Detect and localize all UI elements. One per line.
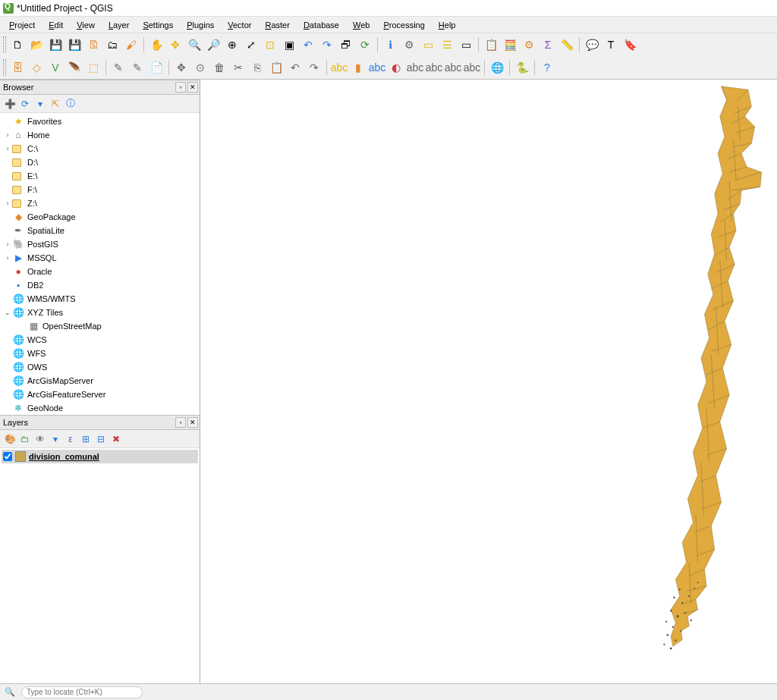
layers-list[interactable]: division_comunal [0, 448, 200, 683]
browser-item-db2[interactable]: ▪DB2 [0, 278, 200, 292]
select-features-button[interactable]: ▭ [419, 36, 437, 54]
new-map-view-button[interactable]: 🗗 [337, 36, 355, 54]
style-manager-button[interactable]: 🖌 [122, 36, 140, 54]
data-source-manager-button[interactable]: 🗄 [8, 58, 27, 77]
text-annotation-button[interactable]: T [602, 36, 620, 54]
menu-raster[interactable]: Raster [259, 19, 295, 31]
layers-panel-header[interactable]: Layers ▫ ✕ [0, 415, 200, 430]
browser-item-geopackage[interactable]: ◆GeoPackage [0, 210, 200, 224]
select-action-button[interactable]: ⚙ [400, 36, 418, 54]
bookmarks-button[interactable]: 🔖 [621, 36, 639, 54]
layers-expr-filter-button[interactable]: ε [64, 432, 77, 446]
paste-features-button[interactable]: 📋 [267, 58, 285, 77]
pan-button[interactable]: ✋ [147, 36, 165, 54]
layers-visibility-button[interactable]: 👁 [33, 432, 47, 446]
layers-filter-legend-button[interactable]: ▾ [49, 432, 62, 446]
open-attr-table-button[interactable]: 📋 [482, 36, 500, 54]
dock-close-icon[interactable]: ✕ [187, 417, 198, 428]
expand-icon[interactable]: › [3, 145, 12, 152]
menu-database[interactable]: Database [297, 19, 345, 31]
identify-button[interactable]: ℹ [381, 36, 399, 54]
metasearch-button[interactable]: 🌐 [488, 58, 506, 77]
refresh-button[interactable]: ⟳ [356, 36, 374, 54]
python-console-button[interactable]: 🐍 [513, 58, 531, 77]
zoom-last-button[interactable]: ↶ [299, 36, 317, 54]
browser-item-xyztiles[interactable]: ⌄🌐XYZ Tiles [0, 306, 200, 319]
node-tool-button[interactable]: ⊙ [191, 58, 209, 77]
browser-filter-button[interactable]: ▾ [33, 97, 47, 111]
browser-tree[interactable]: ★Favorites›⌂Home›C:\D:\E:\F:\›Z:\◆GeoPac… [0, 113, 200, 415]
menu-edit[interactable]: Edit [42, 19, 69, 31]
layers-add-group-button[interactable]: 🗀 [18, 432, 32, 446]
browser-add-layer-button[interactable]: ➕ [3, 97, 17, 111]
expand-icon[interactable]: › [3, 240, 12, 248]
label-layer-button[interactable]: abc [368, 58, 386, 77]
copy-features-button[interactable]: ⎘ [248, 58, 266, 77]
expand-icon[interactable]: ⌄ [3, 309, 12, 316]
move-feature-button[interactable]: ✥ [172, 58, 190, 77]
new-print-layout-button[interactable]: 🖻 [84, 36, 102, 54]
browser-item-d[interactable]: D:\ [0, 155, 200, 169]
browser-item-spatialite[interactable]: ✒SpatiaLite [0, 224, 200, 237]
browser-item-home[interactable]: ›⌂Home [0, 128, 200, 142]
map-tips-button[interactable]: 💬 [583, 36, 601, 54]
label-move-button[interactable]: abc [406, 58, 424, 77]
browser-item-f[interactable]: F:\ [0, 183, 200, 196]
zoom-native-button[interactable]: ⊕ [223, 36, 241, 54]
measure-button[interactable]: 📏 [558, 36, 576, 54]
zoom-full-button[interactable]: ⤢ [242, 36, 260, 54]
browser-item-geonode[interactable]: ❄GeoNode [0, 401, 200, 415]
new-shapefile-button[interactable]: V [46, 58, 64, 77]
browser-item-arcgisfeatureserver[interactable]: 🌐ArcGisFeatureServer [0, 388, 200, 401]
menu-web[interactable]: Web [347, 19, 376, 31]
select-value-button[interactable]: ☰ [438, 36, 456, 54]
menu-project[interactable]: Project [3, 19, 41, 31]
layers-expand-button[interactable]: ⊞ [79, 432, 93, 446]
label-show-button[interactable]: abc [463, 58, 481, 77]
zoom-next-button[interactable]: ↷ [318, 36, 336, 54]
save-project-button[interactable]: 💾 [46, 36, 64, 54]
browser-item-favorites[interactable]: ★Favorites [0, 115, 200, 128]
expand-icon[interactable]: › [3, 254, 12, 262]
label-change-button[interactable]: abc [444, 58, 462, 77]
locator-input[interactable] [21, 686, 143, 698]
expand-icon[interactable]: › [3, 131, 12, 139]
browser-item-wmswmts[interactable]: 🌐WMS/WMTS [0, 292, 200, 306]
browser-item-wcs[interactable]: 🌐WCS [0, 333, 200, 347]
browser-panel-header[interactable]: Browser ▫ ✕ [0, 80, 200, 95]
toolbar-grip[interactable] [3, 59, 6, 76]
field-calc-button[interactable]: 🧮 [501, 36, 519, 54]
browser-properties-button[interactable]: ⓘ [64, 97, 77, 111]
add-feature-button[interactable]: 📄 [147, 58, 165, 77]
browser-item-e[interactable]: E:\ [0, 169, 200, 183]
undo-button[interactable]: ↶ [286, 58, 304, 77]
browser-item-openstreetmap[interactable]: ▦OpenStreetMap [0, 319, 200, 333]
layer-row[interactable]: division_comunal [2, 450, 198, 463]
open-project-button[interactable]: 📂 [27, 36, 46, 54]
map-canvas[interactable] [200, 80, 777, 683]
stats-button[interactable]: Σ [539, 36, 557, 54]
layers-remove-button[interactable]: ✖ [109, 432, 123, 446]
browser-refresh-button[interactable]: ⟳ [18, 97, 32, 111]
menu-settings[interactable]: Settings [137, 19, 179, 31]
zoom-layer-button[interactable]: ▣ [280, 36, 298, 54]
save-as-button[interactable]: 💾 [65, 36, 83, 54]
dock-restore-icon[interactable]: ▫ [175, 82, 186, 93]
expand-icon[interactable]: › [3, 199, 12, 207]
new-spatialite-button[interactable]: 🪶 [65, 58, 83, 77]
label-abc-button[interactable]: abc [330, 58, 348, 77]
menu-view[interactable]: View [71, 19, 101, 31]
new-virtual-button[interactable]: ⬚ [84, 58, 102, 77]
browser-item-oracle[interactable]: ●Oracle [0, 265, 200, 278]
browser-item-z[interactable]: ›Z:\ [0, 196, 200, 210]
new-geopackage-button[interactable]: ◇ [27, 58, 46, 77]
browser-item-mssql[interactable]: ›▶MSSQL [0, 251, 200, 265]
new-project-button[interactable]: 🗋 [8, 36, 27, 54]
diagram-button[interactable]: ◐ [387, 58, 405, 77]
toolbar-grip[interactable] [3, 36, 6, 53]
browser-collapse-button[interactable]: ⇱ [49, 97, 62, 111]
pan-selection-button[interactable]: ✥ [166, 36, 184, 54]
zoom-selection-button[interactable]: ⊡ [261, 36, 279, 54]
menu-processing[interactable]: Processing [377, 19, 430, 31]
label-rotate-button[interactable]: abc [425, 58, 443, 77]
